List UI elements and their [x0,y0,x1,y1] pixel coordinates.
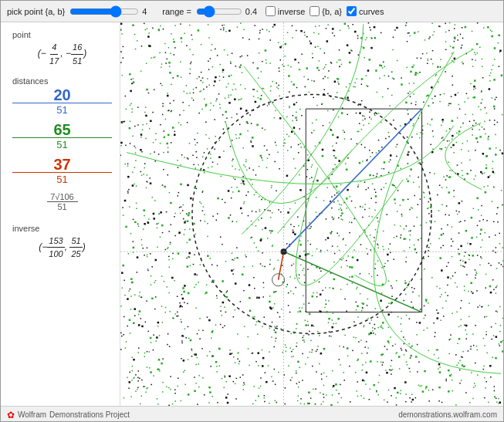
inverse-checkbox[interactable] [266,6,276,16]
dist1-den: 51 [12,103,112,117]
range-label: range = [162,7,191,16]
canvas-area[interactable] [120,22,503,406]
pick-point-value: 4 [142,7,157,16]
dist2-den: 51 [12,137,112,152]
ba-checkbox[interactable] [310,6,320,16]
ba-checkbox-label[interactable]: {b, a} [310,6,342,16]
point-label: point [12,30,112,39]
dist3-den: 51 [12,172,112,187]
inverse-value: (−153100, 5125) [12,235,112,261]
distances-section: distances 20 51 65 51 37 51 7√106 51 [12,76,112,211]
pick-point-label: pick point {a, b} [7,7,65,16]
toolbar: pick point {a, b} 4 range = 0.4 inverse … [1,1,503,22]
dist3-num: 37 [12,157,112,172]
demonstrations-project-label: Demonstrations Project [49,410,130,419]
main-area: point (− 417, −1651) distances 20 51 65 … [1,22,503,406]
range-slider-container: 0.4 [196,6,261,17]
dist3-block: 37 51 [12,157,112,187]
inverse-section: inverse (−153100, 5125) [12,224,112,261]
footer-url: demonstrations.wolfram.com [398,410,497,419]
sidebar: point (− 417, −1651) distances 20 51 65 … [1,22,120,406]
range-slider[interactable] [196,6,242,17]
wolfram-label: Wolfram [18,410,46,419]
distances-label: distances [12,76,112,86]
pick-point-slider-container: 4 [69,6,157,17]
dist1-num: 20 [12,87,112,103]
visualization-canvas[interactable] [120,22,503,406]
range-value: 0.4 [245,7,261,16]
pick-point-slider[interactable] [69,6,139,17]
wolfram-branding: ✿ Wolfram Demonstrations Project [7,410,130,420]
dist2-num: 65 [12,122,112,137]
inverse-checkbox-label[interactable]: inverse [266,6,305,16]
dist2-block: 65 51 [12,122,112,152]
wolfram-icon: ✿ [7,410,15,420]
footer: ✿ Wolfram Demonstrations Project demonst… [1,406,503,422]
point-value: (− 417, −1651) [12,41,112,67]
point-section: point (− 417, −1651) [12,30,112,67]
sqrt-expr: 7√106 51 [12,192,112,211]
curves-checkbox[interactable] [347,6,357,16]
dist1-block: 20 51 [12,87,112,117]
curves-checkbox-label[interactable]: curves [347,6,384,16]
inverse-label: inverse [12,224,112,233]
